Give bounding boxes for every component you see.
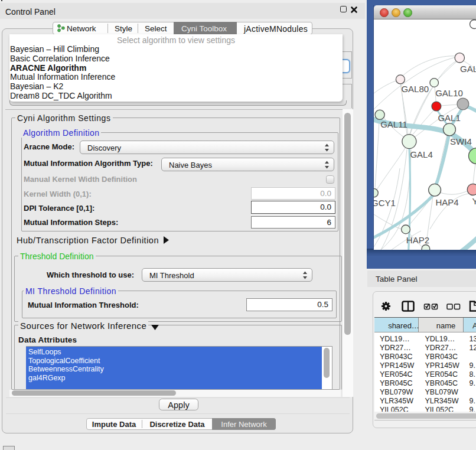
svg-text:HAP2: HAP2 — [406, 235, 429, 245]
svg-text:GAL1: GAL1 — [438, 113, 460, 123]
svg-text:Y: Y — [472, 196, 476, 206]
svg-text:GAL80: GAL80 — [401, 84, 429, 94]
svg-text:HAP4: HAP4 — [435, 197, 458, 207]
svg-text:GAL10: GAL10 — [435, 88, 463, 98]
svg-text:SWI4: SWI4 — [450, 136, 472, 146]
svg-text:GAL11: GAL11 — [380, 119, 407, 129]
svg-text:GAL7: GAL7 — [460, 64, 476, 74]
svg-text:GCY1: GCY1 — [374, 198, 396, 208]
svg-text:GAL4: GAL4 — [410, 149, 432, 159]
